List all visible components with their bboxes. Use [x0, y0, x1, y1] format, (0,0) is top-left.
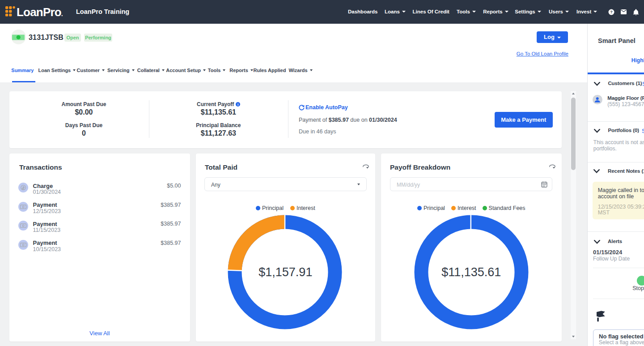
svg-text:i: i	[237, 103, 238, 107]
svg-text:?: ?	[610, 10, 613, 14]
